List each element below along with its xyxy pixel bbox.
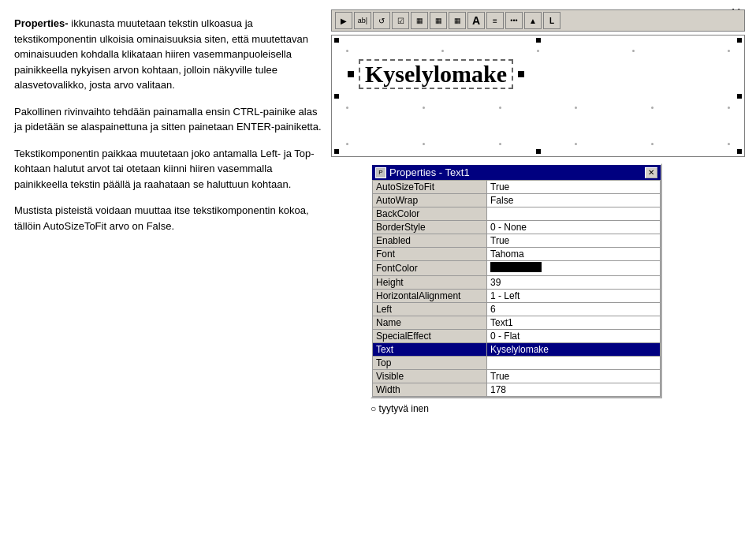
prop-row-enabled[interactable]: Enabled True: [373, 234, 661, 248]
text-tool-btn[interactable]: ab|: [354, 12, 371, 29]
properties-title: Properties - Text1: [389, 166, 470, 178]
prop-row-width[interactable]: Width 178: [373, 383, 661, 397]
prop-name-height: Height: [373, 276, 487, 290]
prop-row-autosizetofit[interactable]: AutoSizeToFit True: [373, 181, 661, 194]
prop-val-visible[interactable]: True: [487, 370, 661, 383]
properties-window: P Properties - Text1 ✕ AutoSizeToFit Tru…: [371, 163, 662, 398]
handle-mr[interactable]: [737, 94, 742, 99]
prop-name-borderstyle: BorderStyle: [373, 221, 487, 234]
paragraph-1: Properties- ikkunasta muutetaan tekstin …: [14, 16, 326, 93]
handle-tr[interactable]: [737, 38, 742, 43]
grid-tool3-btn[interactable]: ▦: [449, 12, 466, 29]
prop-name-left: Left: [373, 303, 487, 316]
more-tool-btn[interactable]: •••: [505, 12, 523, 29]
prop-row-borderstyle[interactable]: BorderStyle 0 - None: [373, 221, 661, 234]
prop-val-font[interactable]: Tahoma: [487, 248, 661, 261]
prop-name-fontcolor: FontColor: [373, 261, 487, 276]
prop-val-horizontalalignment[interactable]: 1 - Left: [487, 290, 661, 303]
prop-row-fontcolor[interactable]: FontColor: [373, 261, 661, 276]
prop-val-borderstyle[interactable]: 0 - None: [487, 221, 661, 234]
prop-val-autosizetofit[interactable]: True: [487, 181, 661, 194]
prop-name-backcolor: BackColor: [373, 207, 487, 221]
right-panel: ▶ ab| ↺ ☑ ▦ ▦ ▦ A ≡ ••• ▲ L: [331, 9, 745, 414]
properties-titlebar: P Properties - Text1 ✕: [372, 165, 661, 180]
prop-row-specialeffect[interactable]: SpecialEffect 0 - Flat: [373, 330, 661, 343]
prop-name-width: Width: [373, 383, 487, 397]
prop-row-name[interactable]: Name Text1: [373, 316, 661, 330]
prop-val-fontcolor[interactable]: [487, 261, 661, 276]
title-bullet-r: [518, 71, 524, 77]
properties-table: AutoSizeToFit True AutoWrap False BackCo…: [372, 180, 661, 397]
l-tool-btn[interactable]: L: [543, 12, 560, 29]
prop-val-width[interactable]: 178: [487, 383, 661, 397]
paragraph-3: Tekstikomponentin paikkaa muutetaan joko…: [14, 146, 326, 193]
bottom-status: ○ tyytyvä inen: [371, 403, 745, 414]
handle-ml[interactable]: [334, 94, 339, 99]
prop-val-autowrap[interactable]: False: [487, 194, 661, 207]
font-tool-btn[interactable]: A: [467, 12, 485, 29]
prop-val-left[interactable]: 6: [487, 303, 661, 316]
left-panel: Properties- ikkunasta muutetaan tekstin …: [14, 16, 326, 245]
form-title[interactable]: Kyselylomake: [359, 59, 513, 89]
checkbox-tool-btn[interactable]: ☑: [392, 12, 409, 29]
prop-name-horizontalalignment: HorizontalAlignment: [373, 290, 487, 303]
prop-name-text: Text: [373, 343, 487, 357]
paragraph-4: Mustista pisteistä voidaan muuttaa itse …: [14, 203, 326, 234]
grid-tool1-btn[interactable]: ▦: [411, 12, 428, 29]
paragraph-2: Pakollinen rivinvaihto tehdään painamall…: [14, 104, 326, 135]
fontcolor-swatch: [490, 262, 542, 272]
prop-val-height[interactable]: 39: [487, 276, 661, 290]
prop-name-name: Name: [373, 316, 487, 330]
prop-row-autowrap[interactable]: AutoWrap False: [373, 194, 661, 207]
grid-tool2-btn[interactable]: ▦: [430, 12, 447, 29]
prop-val-text[interactable]: Kyselylomake: [487, 343, 661, 357]
handle-br[interactable]: [737, 149, 742, 154]
prop-val-specialeffect[interactable]: 0 - Flat: [487, 330, 661, 343]
prop-row-backcolor[interactable]: BackColor: [373, 207, 661, 221]
prop-name-font: Font: [373, 248, 487, 261]
prop-val-enabled[interactable]: True: [487, 234, 661, 248]
up-tool-btn[interactable]: ▲: [524, 12, 542, 29]
prop-val-name[interactable]: Text1: [487, 316, 661, 330]
prop-row-visible[interactable]: Visible True: [373, 370, 661, 383]
prop-row-horizontalalignment[interactable]: HorizontalAlignment 1 - Left: [373, 290, 661, 303]
prop-name-visible: Visible: [373, 370, 487, 383]
undo-btn[interactable]: ↺: [373, 12, 390, 29]
properties-close-btn[interactable]: ✕: [645, 167, 657, 178]
prop-row-left[interactable]: Left 6: [373, 303, 661, 316]
prop-name-autowrap: AutoWrap: [373, 194, 487, 207]
bottom-status-text: ○ tyytyvä inen: [371, 403, 429, 414]
handle-tc[interactable]: [536, 38, 541, 43]
prop-row-height[interactable]: Height 39: [373, 276, 661, 290]
properties-bold: Properties-: [14, 17, 69, 29]
prop-row-top[interactable]: Top: [373, 357, 661, 370]
prop-name-autosizetofit: AutoSizeToFit: [373, 181, 487, 194]
prop-name-enabled: Enabled: [373, 234, 487, 248]
title-bullet: [348, 71, 354, 77]
prop-name-specialeffect: SpecialEffect: [373, 330, 487, 343]
handle-bl[interactable]: [334, 149, 339, 154]
cursor-tool-btn[interactable]: ▶: [335, 12, 352, 29]
properties-window-icon: P: [375, 167, 386, 178]
toolbar: ▶ ab| ↺ ☑ ▦ ▦ ▦ A ≡ ••• ▲ L: [331, 9, 745, 32]
prop-row-text[interactable]: Text Kyselylomake: [373, 343, 661, 357]
form-canvas: Kyselylomake: [331, 35, 745, 157]
prop-row-font[interactable]: Font Tahoma: [373, 248, 661, 261]
list-tool-btn[interactable]: ≡: [486, 12, 504, 29]
handle-tl[interactable]: [334, 38, 339, 43]
prop-val-backcolor[interactable]: [487, 207, 661, 221]
handle-bc[interactable]: [536, 149, 541, 154]
prop-name-top: Top: [373, 357, 487, 370]
prop-val-top[interactable]: [487, 357, 661, 370]
